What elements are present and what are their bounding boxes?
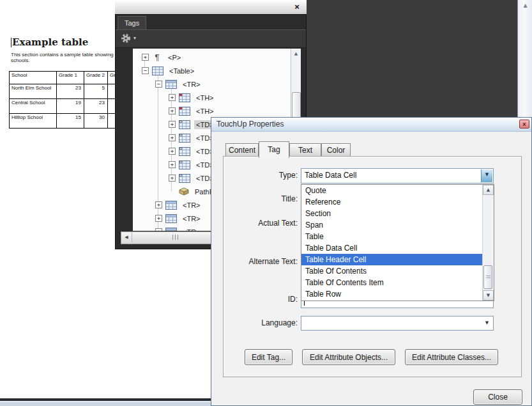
expand-toggle-icon[interactable]: + (155, 228, 162, 231)
table-row-tag-icon (165, 201, 177, 210)
chevron-down-icon: ▾ (133, 35, 136, 41)
close-icon[interactable]: × (519, 120, 529, 129)
tab-text[interactable]: Text (289, 143, 321, 157)
tree-item[interactable]: −<Table> (133, 64, 196, 77)
dialog-title: TouchUp Properties (217, 120, 284, 129)
table-row-tag-icon (165, 228, 177, 231)
type-dropdown-list: QuoteReferenceSectionSpanTableTable Data… (301, 184, 494, 301)
touchup-properties-dialog: TouchUp Properties × Content Tag Text Co… (211, 117, 532, 406)
tree-item-label[interactable]: <TH> (194, 93, 216, 102)
tree-item-label[interactable]: <TR> (181, 80, 202, 89)
table-cell: 5 (84, 84, 108, 99)
expand-toggle-icon[interactable]: + (155, 215, 162, 222)
expand-toggle-icon[interactable]: − (142, 67, 149, 74)
tree-item[interactable]: −<TR> (133, 77, 202, 91)
tree-item[interactable]: +¶<P> (133, 51, 183, 64)
dropdown-option[interactable]: Reference (301, 196, 483, 208)
scroll-left-icon[interactable]: ◀ (121, 232, 132, 242)
tree-item[interactable]: +<TR> (133, 198, 202, 212)
tab-tag[interactable]: Tag (259, 141, 289, 158)
tree-item[interactable]: +<TH> (133, 91, 216, 104)
options-menu-button[interactable]: ▾ (121, 33, 140, 44)
dropdown-option[interactable]: Span (301, 219, 483, 231)
language-dropdown-button[interactable]: ▼ (482, 318, 492, 329)
table-cell: 19 (57, 99, 84, 114)
scrollbar-grip (486, 276, 490, 279)
tree-item[interactable]: +<TD> (133, 158, 216, 171)
type-dropdown-button[interactable]: ▼ (481, 169, 492, 182)
tree-item-label[interactable]: <Table> (167, 66, 196, 75)
table-cell: Central School (10, 99, 57, 114)
scroll-up-icon[interactable]: ▲ (291, 51, 301, 56)
tree-item[interactable]: +<TR> (133, 212, 202, 225)
language-value (301, 316, 493, 318)
dropdown-scrollbar[interactable]: ▲ ▼ (482, 185, 494, 301)
expand-toggle-icon[interactable]: + (169, 121, 176, 128)
type-combobox[interactable]: Table Data Cell ▼ (301, 168, 494, 183)
dropdown-option[interactable]: Table Data Cell (301, 242, 483, 254)
column-header: School (10, 72, 57, 84)
tree-item[interactable]: +<TD> (133, 118, 216, 131)
table-header-cell-tag-icon (179, 93, 190, 102)
tree-item-label[interactable]: <P> (166, 53, 183, 62)
table-data-cell-tag-icon (179, 147, 190, 156)
expand-toggle-icon[interactable]: + (169, 161, 176, 168)
chevron-down-icon: ▼ (482, 172, 492, 177)
tree-item[interactable]: +<TD> (133, 144, 216, 158)
tree-item[interactable]: +<TD> (133, 171, 216, 185)
dropdown-option[interactable]: Table Of Contents (301, 265, 483, 277)
document-heading: Example table (12, 36, 88, 48)
tree-item-label[interactable]: <TR> (181, 214, 202, 223)
tab-color[interactable]: Color (321, 143, 351, 157)
close-icon[interactable]: × (292, 2, 302, 12)
tab-tags[interactable]: Tags (118, 16, 146, 30)
table-cell: 15 (57, 114, 84, 129)
edit-tag-button[interactable]: Edit Tag... (245, 349, 293, 365)
dropdown-option[interactable]: Table Header Cell (301, 254, 483, 265)
expand-toggle-icon[interactable]: + (169, 148, 176, 155)
table-row-tag-icon (165, 80, 177, 89)
scroll-up-icon[interactable]: ▲ (483, 185, 494, 195)
table-tag-icon (152, 66, 163, 75)
alternate-text-label: Alternate Text: (224, 257, 298, 266)
expand-toggle-icon[interactable]: + (169, 134, 176, 141)
tree-item-label[interactable]: <TR> (181, 228, 202, 231)
language-label: Language: (224, 318, 298, 327)
dropdown-option[interactable]: Table Of Contents Item (301, 277, 483, 288)
tree-item[interactable]: +<TR> (133, 225, 202, 231)
tab-content[interactable]: Content (225, 143, 259, 157)
scroll-down-icon[interactable]: ▼ (483, 290, 494, 301)
tags-panel-toolbar: ▾ (116, 30, 306, 48)
language-combobox[interactable]: ▼ (301, 316, 494, 331)
expand-toggle-icon[interactable]: + (142, 54, 149, 61)
close-button[interactable]: Close (473, 389, 522, 405)
dialog-titlebar[interactable]: TouchUp Properties × (211, 118, 531, 132)
table-cell: 30 (84, 114, 108, 129)
dropdown-option[interactable]: Table (301, 231, 483, 242)
edit-attribute-classes-button[interactable]: Edit Attribute Classes... (405, 349, 498, 365)
expand-toggle-icon[interactable]: − (155, 81, 162, 88)
tree-item[interactable]: +<TH> (133, 104, 216, 118)
tree-item[interactable]: PathPa (133, 185, 220, 198)
scrollbar-thumb[interactable] (483, 265, 492, 289)
table-data-cell-tag-icon (179, 120, 190, 129)
expand-toggle-icon[interactable]: + (169, 107, 176, 114)
dropdown-option[interactable]: Quote (301, 185, 483, 196)
dropdown-option[interactable]: Table Row (301, 288, 483, 300)
dropdown-option[interactable]: Section (301, 208, 483, 219)
scrollbar-grip[interactable] (172, 235, 180, 240)
tags-panel-titlebar[interactable]: × (115, 0, 307, 15)
expand-toggle-icon[interactable]: + (169, 175, 176, 182)
scroll-up-icon[interactable]: ▲ (518, 3, 532, 8)
chevron-down-icon: ▼ (482, 320, 492, 325)
actual-text-label: Actual Text: (224, 219, 298, 228)
expand-toggle-icon[interactable]: + (169, 94, 176, 101)
table-cell: North Elm School (10, 84, 57, 99)
tree-item-label[interactable]: <TR> (181, 201, 202, 210)
table-header-cell-tag-icon (179, 107, 190, 116)
application-window: Example table This section contains a sa… (0, 0, 532, 406)
edit-attribute-objects-button[interactable]: Edit Attribute Objects... (302, 349, 395, 365)
expand-toggle-icon[interactable]: + (155, 201, 162, 208)
tree-item[interactable]: +<TD> (133, 131, 216, 144)
tree-item-label[interactable]: <TH> (194, 107, 216, 116)
